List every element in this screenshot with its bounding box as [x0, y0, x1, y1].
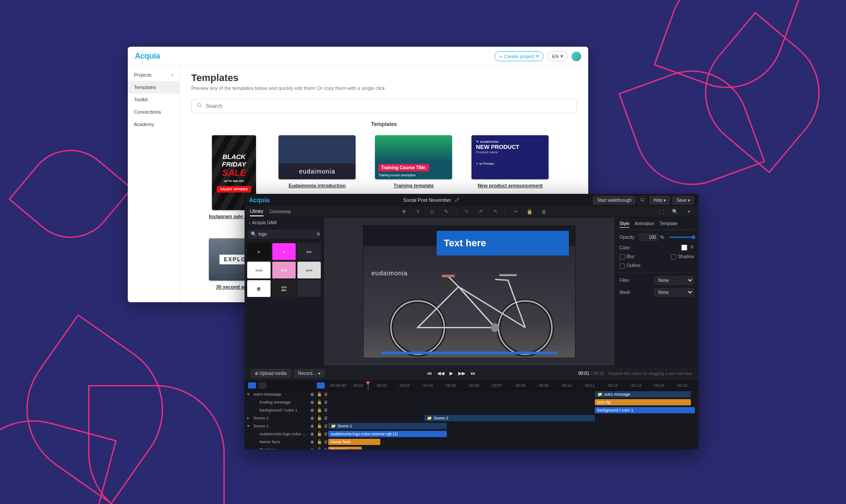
next-frame-icon[interactable]: ▶▶	[458, 371, 465, 376]
ruler-tick[interactable]: 00:06	[467, 383, 490, 388]
timeline-clip[interactable]: Text here	[328, 447, 362, 449]
redo-icon[interactable]: ↷	[491, 208, 499, 216]
expand-icon[interactable]: ▾	[247, 392, 251, 397]
ruler-tick[interactable]: 00:10	[560, 383, 583, 388]
shape-tool-icon[interactable]: ◻	[428, 208, 436, 216]
text-banner[interactable]: Text here	[437, 231, 569, 256]
visibility-icon[interactable]: ◉	[310, 400, 314, 404]
prev-frame-icon[interactable]: ◀◀	[437, 371, 444, 376]
trash-icon[interactable]: 🗑	[324, 431, 328, 436]
asset-thumb[interactable]: euc	[297, 243, 321, 260]
track-name[interactable]: Scene 2	[253, 415, 307, 420]
language-selector[interactable]: EN ▾	[547, 51, 568, 61]
track-lane[interactable]: 📁outro message	[328, 390, 698, 398]
ruler-tick[interactable]: 00:15	[675, 383, 699, 388]
tab-style[interactable]: Style	[620, 221, 629, 228]
visibility-icon[interactable]: ◉	[310, 392, 314, 397]
track-lane[interactable]: Name here	[328, 438, 698, 445]
asset-thumb[interactable]	[297, 280, 321, 297]
tab-template[interactable]: Template	[660, 221, 678, 228]
track-lane[interactable]: 📁Scene 1	[328, 422, 698, 430]
ruler-tick[interactable]: 00:12	[606, 383, 629, 388]
trash-icon[interactable]: 🗑	[324, 447, 328, 449]
ruler-tick[interactable]: 00:07	[490, 383, 514, 388]
clear-icon[interactable]: ✕	[316, 231, 320, 237]
view-mode-list[interactable]	[259, 382, 267, 389]
visibility-icon[interactable]: ◉	[310, 447, 314, 449]
track-lane[interactable]: text clip	[328, 398, 698, 406]
ruler-tick[interactable]: 00:11	[583, 383, 606, 388]
walkthrough-button[interactable]: Start walkthrough	[593, 196, 635, 204]
timeline-clip[interactable]: 📁outro message	[595, 391, 691, 397]
tab-animation[interactable]: Animation	[634, 221, 654, 228]
ruler-tick[interactable]: 00:02	[375, 383, 398, 388]
zoom-icon[interactable]: 🔍	[671, 208, 679, 216]
expand-icon[interactable]: ▸	[247, 415, 251, 420]
ruler-tick[interactable]: 00:08	[513, 383, 537, 388]
track-lane[interactable]: eudaimonia-logo-color-reverse-rgb (1)	[328, 430, 698, 437]
avatar[interactable]	[571, 52, 581, 61]
asset-thumb[interactable]: in	[247, 243, 271, 260]
track-name[interactable]: Ending message	[260, 400, 307, 404]
ruler-tick[interactable]: 00:14	[652, 383, 675, 388]
document-title[interactable]: Social Post November	[403, 197, 451, 203]
sidebar-item-academy[interactable]: Academy	[128, 118, 179, 130]
library-breadcrumb[interactable]: ‹ Acquia DAM	[245, 218, 323, 228]
trash-icon[interactable]: 🗑	[324, 439, 328, 444]
timeline-clip[interactable]: 📁Scene 2	[424, 415, 594, 421]
asset-thumb[interactable]: aime	[272, 262, 296, 278]
blur-checkbox[interactable]	[620, 254, 625, 259]
opacity-input[interactable]	[639, 233, 658, 241]
sidebar-item-connections[interactable]: Connections	[128, 106, 179, 118]
visibility-icon[interactable]: ◉	[310, 431, 314, 436]
pointer-tool-icon[interactable]: ✥	[400, 208, 408, 216]
asset-thumb[interactable]: e	[247, 280, 271, 297]
snap-toggle[interactable]	[317, 382, 325, 389]
track-lane[interactable]: Text here	[328, 446, 698, 449]
trash-icon[interactable]: 🗑	[324, 415, 328, 420]
shadow-checkbox[interactable]	[671, 254, 676, 259]
skip-end-icon[interactable]: ⏭	[471, 371, 475, 376]
save-button[interactable]: Save ▾	[672, 196, 694, 204]
view-mode-track[interactable]	[248, 382, 256, 389]
visibility-icon[interactable]: ◉	[310, 423, 314, 428]
track-name[interactable]: Scene 1	[253, 423, 307, 428]
lock-icon[interactable]: 🔓	[317, 431, 321, 436]
tab-comments[interactable]: Comments	[270, 208, 291, 216]
track-lane[interactable]: 📁Scene 2	[328, 414, 698, 422]
library-search[interactable]: 🔍 ✕	[248, 230, 320, 239]
timeline-clip[interactable]: background / color 1	[595, 407, 695, 413]
outline-checkbox[interactable]	[620, 263, 625, 269]
ruler-tick[interactable]: 00:05	[444, 383, 468, 388]
ruler-tick[interactable]: 00:03	[398, 383, 421, 388]
edit-icon[interactable]	[455, 197, 460, 203]
trash-icon[interactable]: 🗑	[324, 400, 328, 404]
mask-select[interactable]: None	[654, 288, 694, 296]
settings-icon[interactable]: ⚙	[690, 245, 694, 251]
track-name[interactable]: Name here	[260, 439, 307, 444]
lock-icon[interactable]: 🔓	[317, 447, 321, 449]
undo-icon[interactable]: ↶	[477, 208, 485, 216]
lock-icon[interactable]: 🔓	[317, 392, 321, 397]
track-name[interactable]: background / color 1	[260, 408, 307, 412]
lock-icon[interactable]: 🔓	[317, 408, 321, 412]
text-tool-icon[interactable]: T	[414, 208, 422, 216]
trash-icon[interactable]: 🗑	[324, 408, 328, 412]
trash-icon[interactable]: 🗑	[324, 423, 328, 428]
ruler-tick[interactable]: 00:00:00	[328, 383, 352, 388]
asset-thumb[interactable]: euda	[247, 262, 271, 278]
record-button[interactable]: Record… ▾	[294, 369, 324, 378]
lock-icon[interactable]: 🔓	[317, 400, 321, 404]
search-input[interactable]	[206, 103, 571, 109]
timeline-clip[interactable]: text clip	[595, 399, 691, 405]
play-icon[interactable]: ▶	[449, 371, 453, 376]
track-name[interactable]: outro-message	[253, 392, 307, 397]
asset-thumb[interactable]: aime	[297, 262, 321, 278]
watermark[interactable]: eudaimonia	[371, 270, 408, 277]
track-name[interactable]: Text here	[260, 447, 307, 449]
upload-media-button[interactable]: ⊕ Upload media	[251, 369, 291, 378]
expand-icon[interactable]: ▾	[247, 423, 251, 428]
visibility-icon[interactable]: ◉	[310, 408, 314, 412]
canvas[interactable]: Text here eudaimonia	[324, 218, 615, 366]
timeline-clip[interactable]: Name here	[328, 439, 380, 445]
